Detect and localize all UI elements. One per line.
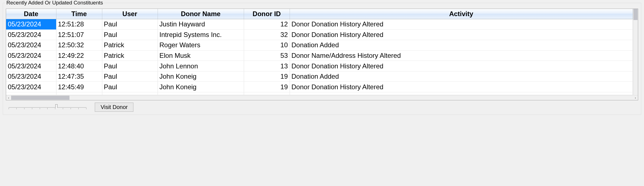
cell-activity[interactable]: Donor Donation History Altered xyxy=(290,19,633,30)
scroll-right-icon[interactable]: › xyxy=(633,95,638,100)
cell-activity[interactable]: Donor Donation History Altered xyxy=(290,29,633,40)
cell-donor_name[interactable]: Roger Waters xyxy=(158,40,244,51)
cell-time[interactable]: 12:50:32 xyxy=(56,40,102,51)
cell-donor_name[interactable]: John Koneig xyxy=(158,82,244,92)
vertical-scrollbar-thumb[interactable] xyxy=(633,9,638,20)
constituents-grid[interactable]: Date Time User Donor Name Donor ID Activ… xyxy=(6,9,638,100)
grid-table: Date Time User Donor Name Donor ID Activ… xyxy=(6,9,633,95)
cell-time[interactable]: 12:51:28 xyxy=(56,19,102,30)
cell-time[interactable]: 12:47:35 xyxy=(56,71,102,82)
cell-user[interactable]: Paul xyxy=(102,29,158,40)
cell-user[interactable]: Paul xyxy=(102,19,158,30)
cell-date[interactable] xyxy=(6,92,56,95)
cell-donor_id[interactable] xyxy=(244,92,290,95)
horizontal-scrollbar-track[interactable] xyxy=(11,95,633,100)
scroll-left-icon[interactable]: ‹ xyxy=(6,95,11,100)
constituents-groupbox: Recently Added Or Updated Constituents D… xyxy=(3,3,641,115)
col-header-activity[interactable]: Activity xyxy=(290,9,633,19)
table-row[interactable]: 05/23/202412:48:40PaulJohn Lennon13Donor… xyxy=(6,61,633,71)
table-row[interactable]: 05/23/202412:50:32PatrickRoger Waters10D… xyxy=(6,40,633,51)
table-row[interactable]: 05/23/202412:47:35PaulJohn Koneig19Donat… xyxy=(6,71,633,82)
table-row[interactable]: 05/23/202412:49:22PatrickElon Musk53Dono… xyxy=(6,50,633,61)
slider-ticks xyxy=(9,108,86,109)
cell-user[interactable]: Paul xyxy=(102,71,158,82)
cell-donor_id[interactable]: 10 xyxy=(244,40,290,51)
col-header-user[interactable]: User xyxy=(102,9,158,19)
cell-time[interactable]: 12:48:40 xyxy=(56,61,102,71)
cell-donor_id[interactable]: 53 xyxy=(244,50,290,61)
cell-activity[interactable]: Donor Name/Address History Altered xyxy=(290,50,633,61)
cell-user[interactable]: Patrick xyxy=(102,40,158,51)
col-header-donor-name[interactable]: Donor Name xyxy=(158,9,244,19)
grid-header-row: Date Time User Donor Name Donor ID Activ… xyxy=(6,9,633,19)
cell-date[interactable]: 05/23/2024 xyxy=(6,29,56,40)
cell-activity[interactable]: Donor Donation History Altered xyxy=(290,82,633,92)
cell-user[interactable] xyxy=(102,92,158,95)
table-row[interactable]: 05/23/202412:45:49PaulJohn Koneig19Donor… xyxy=(6,82,633,92)
cell-activity[interactable]: Donation Added xyxy=(290,40,633,51)
group-title: Recently Added Or Updated Constituents xyxy=(5,0,104,6)
cell-user[interactable]: Patrick xyxy=(102,50,158,61)
cell-activity[interactable]: Donor Donation History Altered xyxy=(290,61,633,71)
zoom-slider[interactable] xyxy=(9,104,86,111)
col-header-time[interactable]: Time xyxy=(56,9,102,19)
cell-donor_id[interactable]: 13 xyxy=(244,61,290,71)
cell-donor_id[interactable]: 32 xyxy=(244,29,290,40)
table-row[interactable]: 05/23/202412:51:07PaulIntrepid Systems I… xyxy=(6,29,633,40)
cell-donor_id[interactable]: 19 xyxy=(244,82,290,92)
cell-user[interactable]: Paul xyxy=(102,82,158,92)
cell-donor_name[interactable]: Elon Musk xyxy=(158,50,244,61)
cell-donor_id[interactable]: 19 xyxy=(244,71,290,82)
visit-donor-button[interactable]: Visit Donor xyxy=(95,103,133,112)
cell-donor_name[interactable]: John Koneig xyxy=(158,71,244,82)
cell-donor_name[interactable]: John Lennon xyxy=(158,61,244,71)
cell-date[interactable]: 05/23/2024 xyxy=(6,19,56,30)
horizontal-scrollbar-thumb[interactable] xyxy=(11,96,69,100)
col-header-date[interactable]: Date xyxy=(6,9,56,19)
cell-donor_id[interactable]: 12 xyxy=(244,19,290,30)
cell-activity[interactable]: Donation Added xyxy=(290,71,633,82)
cell-user[interactable]: Paul xyxy=(102,61,158,71)
cell-donor_name[interactable]: Justin Hayward xyxy=(158,19,244,30)
cell-time[interactable]: 12:51:07 xyxy=(56,29,102,40)
cell-activity[interactable] xyxy=(290,92,633,95)
table-row[interactable]: 05/23/202412:51:28PaulJustin Hayward12Do… xyxy=(6,19,633,30)
cell-date[interactable]: 05/23/2024 xyxy=(6,50,56,61)
cell-donor_name[interactable] xyxy=(158,92,244,95)
cell-date[interactable]: 05/23/2024 xyxy=(6,40,56,51)
bottom-toolbar: Visit Donor xyxy=(6,103,638,112)
cell-date[interactable]: 05/23/2024 xyxy=(6,71,56,82)
slider-track xyxy=(9,107,86,108)
col-header-donor-id[interactable]: Donor ID xyxy=(244,9,290,19)
table-row[interactable] xyxy=(6,92,633,95)
cell-date[interactable]: 05/23/2024 xyxy=(6,61,56,71)
vertical-scrollbar[interactable] xyxy=(633,9,638,95)
cell-donor_name[interactable]: Intrepid Systems Inc. xyxy=(158,29,244,40)
cell-time[interactable] xyxy=(56,92,102,95)
horizontal-scrollbar[interactable]: ‹ › xyxy=(6,95,638,100)
cell-time[interactable]: 12:49:22 xyxy=(56,50,102,61)
cell-date[interactable]: 05/23/2024 xyxy=(6,82,56,92)
cell-time[interactable]: 12:45:49 xyxy=(56,82,102,92)
